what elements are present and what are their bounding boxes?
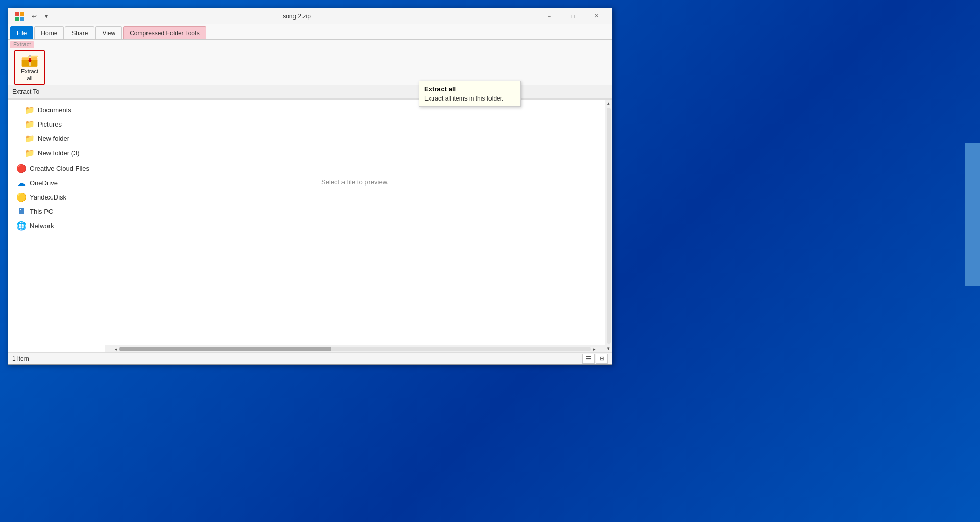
file-explorer-window: ↩ ▾ song 2.zip − □ ✕ File Home Share Vie… xyxy=(8,8,612,365)
nav-label-yandex: Yandex.Disk xyxy=(30,193,66,201)
svg-rect-7 xyxy=(29,55,31,57)
svg-rect-3 xyxy=(20,17,24,21)
ribbon-tab-bar: File Home Share View Compressed Folder T… xyxy=(8,24,612,40)
nav-label-network: Network xyxy=(30,222,54,230)
nav-label-this-pc: This PC xyxy=(30,208,53,215)
dropdown-icon[interactable]: ▾ xyxy=(41,11,52,22)
quick-access-section: 📁 Documents 📁 Pictures 📁 New folder 📁 Ne… xyxy=(8,102,105,161)
folder-icon: 📁 xyxy=(24,105,35,115)
scroll-up-arrow[interactable]: ▴ xyxy=(605,100,612,107)
tooltip-title: Extract all xyxy=(424,85,515,93)
scroll-down-arrow[interactable]: ▾ xyxy=(605,345,612,352)
this-pc-icon: 🖥 xyxy=(16,206,27,216)
tooltip-extract-all: Extract all Extract all items in this fo… xyxy=(419,81,521,107)
status-bar: 1 item ☰ ⊞ xyxy=(8,352,612,364)
nav-item-documents[interactable]: 📁 Documents xyxy=(16,103,105,117)
navigation-pane: 📁 Documents 📁 Pictures 📁 New folder 📁 Ne… xyxy=(8,100,105,352)
tooltip-description: Extract all items in this folder. xyxy=(424,95,515,102)
main-area: 📁 Documents 📁 Pictures 📁 New folder 📁 Ne… xyxy=(8,100,612,352)
content-pane: Select a file to preview. ◂ ▸ xyxy=(105,100,605,352)
active-ribbon-tab-label: Extract xyxy=(10,41,34,48)
window-controls: − □ ✕ xyxy=(537,8,608,24)
undo-icon[interactable]: ↩ xyxy=(29,11,40,22)
nav-item-this-pc[interactable]: 🖥 This PC xyxy=(8,204,105,218)
minimize-button[interactable]: − xyxy=(537,8,561,24)
nav-item-yandex[interactable]: 🟡 Yandex.Disk xyxy=(8,190,105,204)
svg-rect-11 xyxy=(29,58,31,61)
onedrive-icon: ☁ xyxy=(16,178,27,188)
tab-compressed[interactable]: Compressed Folder Tools xyxy=(123,26,206,39)
titlebar: ↩ ▾ song 2.zip − □ ✕ xyxy=(8,8,612,24)
nav-label-onedrive: OneDrive xyxy=(30,179,58,187)
yandex-icon: 🟡 xyxy=(16,192,27,202)
view-toggle-buttons: ☰ ⊞ xyxy=(582,354,608,364)
window-title: song 2.zip xyxy=(56,13,537,20)
scroll-right-arrow[interactable]: ▸ xyxy=(591,345,598,353)
tab-share[interactable]: Share xyxy=(65,26,94,39)
quick-access-bar: ↩ ▾ xyxy=(29,11,52,22)
scroll-thumb[interactable] xyxy=(119,347,331,351)
network-icon: 🌐 xyxy=(16,220,27,231)
details-view-button[interactable]: ☰ xyxy=(582,354,595,364)
folder-icon: 📁 xyxy=(24,119,35,129)
app-icon xyxy=(12,9,27,23)
folder-icon: 📁 xyxy=(24,147,35,158)
maximize-button[interactable]: □ xyxy=(561,8,584,24)
nav-item-onedrive[interactable]: ☁ OneDrive xyxy=(8,176,105,190)
content-area: Select a file to preview. xyxy=(105,100,605,345)
scroll-left-arrow[interactable]: ◂ xyxy=(112,345,119,353)
svg-rect-0 xyxy=(15,12,19,16)
large-icons-button[interactable]: ⊞ xyxy=(596,354,608,364)
svg-rect-1 xyxy=(20,12,24,16)
extract-all-button[interactable]: Extractall xyxy=(14,50,45,85)
svg-rect-2 xyxy=(15,17,19,21)
nav-item-creative-cloud[interactable]: 🔴 Creative Cloud Files xyxy=(8,161,105,176)
close-button[interactable]: ✕ xyxy=(584,8,608,24)
tab-view[interactable]: View xyxy=(95,26,122,39)
extract-to-label: Extract To xyxy=(12,88,39,95)
nav-label-creative-cloud: Creative Cloud Files xyxy=(30,165,89,172)
horizontal-scrollbar[interactable]: ◂ ▸ xyxy=(105,345,605,352)
extract-all-label: Extractall xyxy=(21,68,38,82)
extract-folder-icon xyxy=(20,53,39,68)
ribbon-content-area: Extract xyxy=(8,40,612,85)
scroll-track[interactable] xyxy=(119,347,591,351)
extract-to-bar: Extract To xyxy=(8,85,612,99)
creative-cloud-icon: 🔴 xyxy=(16,163,27,173)
nav-item-new-folder-3[interactable]: 📁 New folder (3) xyxy=(16,145,105,160)
nav-item-network[interactable]: 🌐 Network xyxy=(8,218,105,233)
vscroll-track xyxy=(607,108,611,344)
tab-file[interactable]: File xyxy=(10,26,33,39)
nav-item-pictures[interactable]: 📁 Pictures xyxy=(16,117,105,131)
tab-home[interactable]: Home xyxy=(34,26,64,39)
nav-item-new-folder[interactable]: 📁 New folder xyxy=(16,131,105,145)
preview-message: Select a file to preview. xyxy=(107,178,603,186)
item-count: 1 item xyxy=(12,355,29,362)
ribbon: File Home Share View Compressed Folder T… xyxy=(8,24,612,100)
vertical-scrollbar[interactable]: ▴ ▾ xyxy=(605,100,612,352)
folder-icon: 📁 xyxy=(24,133,35,143)
